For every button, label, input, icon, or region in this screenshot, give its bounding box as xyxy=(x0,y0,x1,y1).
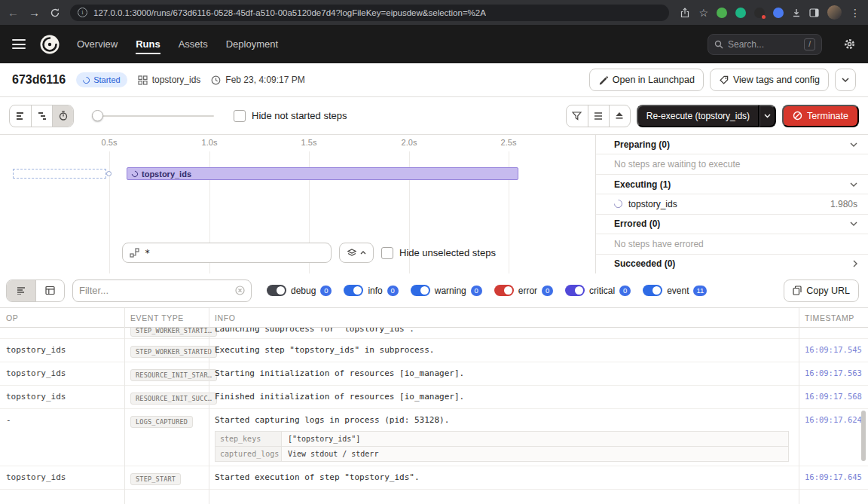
nav-item-assets[interactable]: Assets xyxy=(179,34,208,54)
critical-toggle[interactable] xyxy=(565,285,585,296)
log-timestamp-link[interactable]: 16:09:17.624 xyxy=(799,413,868,424)
log-table[interactable]: OP EVENT TYPE INFO TIMESTAMP STEP_WORKER… xyxy=(0,308,868,504)
step-start-marker xyxy=(106,171,112,176)
downloads-icon[interactable] xyxy=(792,8,801,17)
open-in-launchpad-button[interactable]: Open in Launchpad xyxy=(589,69,704,91)
browser-forward-icon[interactable]: → xyxy=(29,7,40,18)
run-header: 673d6116 Started topstory_ids Feb 23, 4:… xyxy=(0,63,868,97)
executing-step-name: topstory_ids xyxy=(628,199,677,209)
nav-item-runs[interactable]: Runs xyxy=(136,34,160,54)
event-toggle[interactable] xyxy=(643,285,662,296)
hamburger-menu-icon[interactable] xyxy=(12,39,26,49)
copy-icon xyxy=(793,286,802,295)
run-status-badge: Started xyxy=(76,72,127,87)
reexecute-button-group: Re-execute (topstory_ids) xyxy=(637,105,776,127)
log-timestamp-link[interactable]: 16:09:17.545 xyxy=(799,343,868,354)
extension-icon[interactable] xyxy=(717,8,727,18)
axis-tick: 1.5s xyxy=(301,138,317,147)
extension-icon[interactable] xyxy=(754,8,765,18)
clear-filter-icon[interactable] xyxy=(235,286,245,295)
info-toggle[interactable] xyxy=(344,285,363,296)
log-row[interactable]: - LOGS_CAPTURED Started capturing logs i… xyxy=(0,409,868,466)
log-list-view-icon[interactable] xyxy=(7,280,35,301)
executing-step-row[interactable]: topstory_ids 1.980s xyxy=(596,194,868,214)
step-status-panel: Preparing (0) No steps are waiting to ex… xyxy=(595,135,868,273)
step-selector-input[interactable]: * xyxy=(122,243,332,263)
copy-url-button[interactable]: Copy URL xyxy=(784,279,859,302)
log-table-header: OP EVENT TYPE INFO TIMESTAMP xyxy=(0,308,868,328)
log-filter-input[interactable] xyxy=(79,285,231,296)
view-tags-config-button[interactable]: View tags and config xyxy=(710,69,829,91)
browser-back-icon[interactable]: ← xyxy=(8,7,19,18)
log-row[interactable]: topstory_ids STEP_START Started executio… xyxy=(0,466,868,490)
log-row[interactable]: STEP_WORKER_STARTI… Launching subprocess… xyxy=(0,328,868,339)
hide-unselected-checkbox[interactable] xyxy=(381,247,393,259)
settings-gear-icon[interactable] xyxy=(843,38,856,50)
log-filter-field[interactable] xyxy=(72,279,252,302)
event-type-tag: STEP_START xyxy=(130,473,181,485)
gantt-chart[interactable]: 0.5s 1.0s 1.5s 2.0s 2.5s topstory_ids xyxy=(0,135,595,273)
extension-icon[interactable] xyxy=(735,8,746,18)
view-waterfall-icon[interactable] xyxy=(31,105,52,127)
zoom-slider-knob[interactable] xyxy=(92,110,103,121)
warning-toggle[interactable] xyxy=(411,285,430,296)
terminate-button[interactable]: Terminate xyxy=(782,105,859,127)
nav-item-overview[interactable]: Overview xyxy=(77,34,118,54)
col-op: OP xyxy=(0,313,124,322)
view-stdout-stderr-link[interactable]: View stdout / stderr xyxy=(282,447,788,461)
extension-icon[interactable] xyxy=(773,8,784,18)
gantt-filter-control xyxy=(566,105,631,127)
info-count-badge: 0 xyxy=(387,286,399,296)
browser-profile-avatar[interactable] xyxy=(827,5,842,20)
debug-toggle[interactable] xyxy=(267,285,286,296)
chevron-right-icon xyxy=(853,260,857,267)
log-metadata-table: step_keys ["topstory_ids"] captured_logs… xyxy=(215,431,789,462)
gridline xyxy=(109,151,110,273)
filter-funnel-icon[interactable] xyxy=(567,105,588,127)
hide-unselected-label: Hide unselected steps xyxy=(399,247,496,258)
dagster-logo[interactable] xyxy=(39,34,60,55)
log-row[interactable]: topstory_ids RESOURCE_INIT_STAR… Startin… xyxy=(0,362,868,386)
error-toggle[interactable] xyxy=(494,285,514,296)
section-errored[interactable]: Errored (0) xyxy=(596,215,868,234)
collapse-eject-icon[interactable] xyxy=(609,105,630,127)
log-timestamp-link[interactable]: 16:09:17.563 xyxy=(799,366,868,377)
col-timestamp: TIMESTAMP xyxy=(799,313,868,322)
url-bar[interactable]: i 127.0.0.1:3000/runs/673d6116-0528-45df… xyxy=(70,5,669,21)
fit-zoom-button[interactable] xyxy=(339,243,374,263)
zoom-slider-track[interactable] xyxy=(92,115,214,117)
log-row[interactable]: topstory_ids RESOURCE_INIT_SUCC… Finishe… xyxy=(0,386,868,409)
section-preparing[interactable]: Preparing (0) xyxy=(596,135,868,154)
level-filter-error: error 0 xyxy=(494,285,553,296)
view-flat-icon[interactable] xyxy=(10,105,31,127)
site-info-icon[interactable]: i xyxy=(78,8,87,17)
browser-menu-icon[interactable]: ⋮ xyxy=(850,7,860,19)
log-scrollbar[interactable] xyxy=(861,411,866,461)
zoom-slider[interactable] xyxy=(92,105,214,127)
reexecute-dropdown-button[interactable] xyxy=(760,105,776,127)
run-job-name[interactable]: topstory_ids xyxy=(138,75,201,85)
nav-item-deployment[interactable]: Deployment xyxy=(226,34,278,54)
log-table-view-icon[interactable] xyxy=(35,280,64,301)
section-succeeded[interactable]: Succeeded (0) xyxy=(596,255,868,273)
col-info: INFO xyxy=(209,313,799,322)
browser-refresh-icon[interactable] xyxy=(50,8,60,18)
gantt-view-mode-control xyxy=(9,105,74,127)
share-icon[interactable] xyxy=(680,8,690,18)
section-executing[interactable]: Executing (1) xyxy=(596,175,868,194)
side-panel-icon[interactable] xyxy=(809,8,819,17)
reexecute-button[interactable]: Re-execute (topstory_ids) xyxy=(637,105,760,127)
hide-not-started-checkbox[interactable] xyxy=(234,110,246,122)
executing-step-time: 1.980s xyxy=(830,199,857,209)
log-timestamp-link[interactable]: 16:09:17.645 xyxy=(799,470,868,481)
bookmark-star-icon[interactable]: ☆ xyxy=(698,7,708,19)
run-header-actions: Open in Launchpad View tags and config xyxy=(589,69,856,91)
row-list-icon[interactable] xyxy=(588,105,609,127)
view-timed-icon[interactable] xyxy=(52,105,73,127)
log-timestamp-link[interactable]: 16:09:17.568 xyxy=(799,389,868,401)
global-search[interactable]: Search... / xyxy=(708,34,822,55)
log-row[interactable]: topstory_ids STEP_WORKER_STARTED Executi… xyxy=(0,339,868,362)
gantt-step-bar[interactable]: topstory_ids xyxy=(127,167,518,180)
run-actions-dropdown-button[interactable] xyxy=(835,69,856,91)
browser-actions: ☆ ⋮ xyxy=(680,5,860,20)
